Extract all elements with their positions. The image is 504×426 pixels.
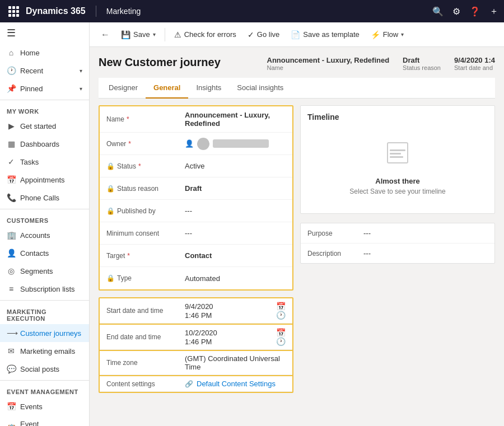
sidebar-item-get-started[interactable]: ▶ Get started — [0, 117, 89, 135]
sidebar-item-events-label: Events — [20, 402, 43, 411]
go-live-button[interactable]: ✓ Go live — [243, 27, 284, 42]
sidebar-item-accounts[interactable]: 🏢 Accounts — [0, 226, 89, 244]
field-name-value[interactable]: Announcement - Luxury, Redefined — [178, 106, 292, 132]
check-errors-button[interactable]: ⚠ Check for errors — [170, 27, 241, 42]
field-target-row: Target * Contact — [100, 245, 292, 267]
sidebar-item-appointments[interactable]: 📅 Appointments — [0, 171, 89, 189]
pinned-expand-icon: ▾ — [80, 86, 82, 92]
sidebar-item-contacts-label: Contacts — [20, 249, 49, 258]
content-settings-value-group: 🔗 Default Content Settings — [185, 380, 286, 388]
accounts-icon: 🏢 — [7, 231, 16, 240]
customers-section-label: Customers — [0, 212, 89, 226]
sidebar-item-social-posts-label: Social posts — [20, 365, 59, 373]
flow-button[interactable]: ⚡ Flow ▾ — [366, 27, 408, 42]
content-settings-label: Content settings — [106, 380, 185, 388]
field-status-reason-value[interactable]: Draft — [178, 180, 292, 197]
sidebar-item-marketing-emails[interactable]: ✉ Marketing emails — [0, 342, 89, 360]
end-date-date-row: 10/2/2020 📅 — [185, 328, 286, 337]
description-value[interactable]: --- — [363, 249, 371, 258]
meta-status-label: Status reason — [403, 64, 441, 71]
sidebar-item-events[interactable]: 📅 Events — [0, 397, 89, 415]
sidebar-item-segments[interactable]: ◎ Segments — [0, 262, 89, 280]
flow-icon: ⚡ — [371, 30, 380, 39]
save-dropdown-icon[interactable]: ▾ — [153, 31, 156, 38]
content-settings-value[interactable]: Default Content Settings — [197, 380, 276, 388]
field-owner-value[interactable]: 👤 ██████████ — [178, 133, 292, 155]
add-icon[interactable]: ＋ — [489, 6, 498, 17]
go-live-label: Go live — [257, 30, 279, 39]
search-icon[interactable]: 🔍 — [432, 6, 444, 17]
sidebar-item-dashboards[interactable]: ▦ Dashboards — [0, 135, 89, 153]
nav-divider — [96, 6, 96, 17]
save-template-label: Save as template — [303, 30, 359, 39]
tab-general[interactable]: General — [146, 78, 188, 99]
end-time-clock-icon[interactable]: 🕐 — [276, 337, 286, 346]
timeline-panel: Timeline Almost there — [300, 105, 495, 214]
meta-name-value: Announcement - Luxury, Redefined — [267, 56, 390, 64]
end-date-value[interactable]: 10/2/2020 — [185, 329, 217, 337]
save-template-button[interactable]: 📄 Save as template — [286, 27, 363, 42]
phone-icon: 📞 — [7, 193, 16, 202]
purpose-value[interactable]: --- — [363, 229, 371, 237]
tab-insights[interactable]: Insights — [188, 78, 229, 99]
field-status-row: 🔒 Status * Active — [100, 155, 292, 177]
field-status-value[interactable]: Active — [178, 157, 292, 175]
waffle-menu-button[interactable] — [6, 3, 21, 19]
start-time-value[interactable]: 1:46 PM — [185, 311, 212, 320]
flow-dropdown-icon[interactable]: ▾ — [401, 31, 404, 38]
tab-social-insights[interactable]: Social insights — [229, 78, 291, 99]
timezone-value[interactable]: (GMT) Coordinated Universal Time — [185, 354, 286, 371]
sidebar-item-pinned-label: Pinned — [20, 85, 43, 93]
save-template-icon: 📄 — [291, 30, 300, 39]
sidebar: ☰ ⌂ Home 🕐 Recent ▾ 📌 Pinned ▾ My Work ▶… — [0, 22, 90, 426]
sidebar-item-pinned[interactable]: 📌 Pinned ▾ — [0, 79, 89, 97]
sidebar-item-phone-calls[interactable]: 📞 Phone Calls — [0, 189, 89, 207]
end-time-value[interactable]: 1:46 PM — [185, 338, 212, 346]
start-time-clock-icon[interactable]: 🕐 — [276, 311, 286, 320]
description-row: Description --- — [301, 244, 494, 263]
status-required: * — [138, 162, 141, 170]
start-date-calendar-icon[interactable]: 📅 — [276, 302, 286, 311]
sidebar-item-contacts[interactable]: 👤 Contacts — [0, 244, 89, 262]
meta-startdate-label: Start date and — [454, 64, 495, 71]
field-published-by-row: 🔒 Published by --- — [100, 200, 292, 222]
help-icon[interactable]: ❓ — [469, 6, 480, 17]
save-icon: 💾 — [121, 30, 130, 39]
field-min-consent-value[interactable]: --- — [178, 224, 292, 242]
sidebar-item-social-posts[interactable]: 💬 Social posts — [0, 360, 89, 378]
settings-icon[interactable]: ⚙ — [452, 6, 460, 17]
type-label-text: Type — [117, 274, 132, 282]
timezone-row: Time zone (GMT) Coordinated Universal Ti… — [100, 350, 292, 375]
timeline-empty-title: Almost there — [375, 177, 419, 185]
pinned-icon: 📌 — [7, 84, 16, 93]
sidebar-collapse-button[interactable]: ☰ — [0, 22, 89, 44]
sidebar-item-home[interactable]: ⌂ Home — [0, 44, 89, 62]
sidebar-item-customer-journeys-label: Customer journeys — [20, 329, 81, 338]
flow-label: Flow — [383, 30, 398, 39]
description-label: Description — [307, 250, 363, 258]
field-type-value[interactable]: Automated — [178, 270, 292, 287]
field-status-reason-row: 🔒 Status reason Draft — [100, 177, 292, 200]
field-target-value[interactable]: Contact — [178, 247, 292, 264]
sidebar-item-customer-journeys[interactable]: ⟶ Customer journeys — [0, 324, 89, 342]
segments-icon: ◎ — [7, 266, 16, 275]
start-date-time-row: 1:46 PM 🕐 — [185, 311, 286, 320]
timeline-empty-state: Almost there Select Save to see your tim… — [307, 128, 488, 207]
tab-designer[interactable]: Designer — [101, 78, 146, 99]
app-name: Dynamics 365 — [26, 6, 86, 16]
end-date-calendar-icon[interactable]: 📅 — [276, 328, 286, 337]
back-button[interactable]: ← — [96, 27, 114, 42]
timezone-label: Time zone — [106, 359, 185, 367]
save-label: Save — [133, 30, 150, 39]
save-button[interactable]: 💾 Save ▾ — [116, 27, 160, 42]
end-date-time-row: 1:46 PM 🕐 — [185, 337, 286, 346]
tasks-icon: ✓ — [7, 157, 16, 166]
right-section: Timeline Almost there — [300, 105, 495, 393]
sidebar-item-subscription-lists[interactable]: ≡ Subscription lists — [0, 280, 89, 298]
start-date-row: Start date and time 9/4/2020 📅 1:46 PM 🕐 — [100, 298, 292, 324]
owner-avatar — [197, 138, 209, 150]
sidebar-item-event-registrations[interactable]: 📋 Event Registrations — [0, 415, 89, 426]
sidebar-item-recent[interactable]: 🕐 Recent ▾ — [0, 62, 89, 79]
sidebar-item-tasks[interactable]: ✓ Tasks — [0, 153, 89, 171]
start-date-value[interactable]: 9/4/2020 — [185, 302, 213, 311]
